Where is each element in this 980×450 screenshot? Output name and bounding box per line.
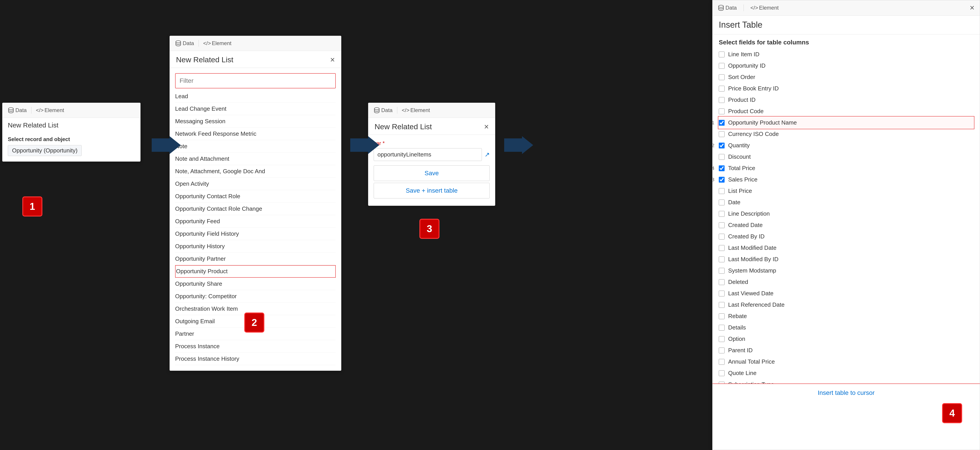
- panel4-close[interactable]: ×: [970, 4, 974, 12]
- field-label: Quote Line: [728, 370, 756, 377]
- field-checkbox[interactable]: [719, 348, 725, 353]
- field-checkbox[interactable]: [719, 257, 725, 262]
- field-checkbox[interactable]: [719, 188, 725, 194]
- field-checkbox[interactable]: [719, 290, 725, 297]
- checkbox-item: Sort Order: [719, 72, 974, 83]
- save-button[interactable]: Save: [374, 165, 490, 181]
- field-checkbox[interactable]: [719, 382, 725, 384]
- checkbox-list: Line Item IDOpportunity IDSort OrderPric…: [713, 49, 980, 383]
- svg-point-2: [374, 108, 379, 110]
- field-label: Last Referenced Date: [728, 302, 784, 308]
- list-item[interactable]: Network Feed Response Metric: [175, 128, 336, 140]
- checkbox-item: Last Modified By ID: [719, 254, 974, 265]
- list-item[interactable]: Process Instance History: [175, 353, 336, 365]
- panel3-header: Data </> Element: [368, 103, 495, 118]
- panel3-close[interactable]: ×: [484, 123, 489, 131]
- field-checkbox[interactable]: [719, 86, 725, 91]
- field-label: Deleted: [728, 279, 748, 286]
- var-input[interactable]: [374, 148, 482, 161]
- field-label: Product ID: [728, 96, 756, 103]
- list-item[interactable]: Process Instance: [175, 340, 336, 353]
- element-tab-label: Element: [45, 107, 64, 113]
- object-pill[interactable]: Opportunity (Opportunity): [8, 145, 82, 156]
- field-checkbox[interactable]: [719, 336, 725, 342]
- field-checkbox[interactable]: [719, 279, 725, 285]
- list-item[interactable]: Opportunity Product: [175, 265, 336, 278]
- order-badge: 1: [713, 120, 714, 126]
- field-checkbox[interactable]: [719, 359, 725, 365]
- save-insert-button[interactable]: Save + insert table: [374, 183, 490, 198]
- list-item[interactable]: Messaging Session: [175, 115, 336, 128]
- field-checkbox[interactable]: [719, 222, 725, 228]
- field-label: Created By ID: [728, 233, 765, 240]
- element-tab-2[interactable]: </> Element: [203, 40, 232, 46]
- external-link-icon[interactable]: ↗: [485, 151, 490, 158]
- field-checkbox[interactable]: [719, 177, 725, 183]
- list-item[interactable]: Opportunity Feed: [175, 215, 336, 228]
- panel1-header: Data </> Element: [2, 103, 140, 118]
- arrow-3: [504, 139, 522, 152]
- field-checkbox[interactable]: [719, 302, 725, 308]
- list-item[interactable]: Lead: [175, 90, 336, 103]
- required-star: *: [383, 140, 385, 146]
- checkbox-item: Parent ID: [719, 345, 974, 356]
- list-item[interactable]: Opportunity Contact Role Change: [175, 203, 336, 215]
- field-checkbox[interactable]: [719, 63, 725, 69]
- checkbox-item: 1Opportunity Product Name: [719, 117, 974, 128]
- filter-input[interactable]: [175, 73, 336, 88]
- panel1-label: Select record and object: [8, 136, 135, 142]
- list-item[interactable]: Opportunity Share: [175, 278, 336, 290]
- step-badge-3: 3: [419, 219, 439, 239]
- field-checkbox[interactable]: [719, 245, 725, 251]
- panel2-close[interactable]: ×: [330, 56, 335, 64]
- field-checkbox[interactable]: [719, 51, 725, 57]
- svg-point-0: [8, 108, 13, 110]
- checkbox-item: Last Viewed Date: [719, 288, 974, 299]
- field-checkbox[interactable]: [719, 143, 725, 148]
- element-tab[interactable]: </> Element: [36, 107, 64, 113]
- field-label: Total Price: [728, 165, 755, 172]
- list-item[interactable]: Note, Attachment, Google Doc And: [175, 165, 336, 178]
- data-tab-label[interactable]: Data: [15, 107, 27, 113]
- checkbox-item: Last Modified Date: [719, 242, 974, 254]
- list-item[interactable]: Opportunity History: [175, 240, 336, 253]
- field-checkbox[interactable]: [719, 211, 725, 217]
- data-tab-label-2[interactable]: Data: [183, 40, 194, 46]
- field-checkbox[interactable]: [719, 165, 725, 171]
- svg-point-3: [719, 5, 724, 7]
- field-checkbox[interactable]: [719, 370, 725, 376]
- field-checkbox[interactable]: [719, 199, 725, 205]
- checkbox-item: Deleted: [719, 276, 974, 288]
- data-tab-label-3[interactable]: Data: [381, 107, 393, 113]
- field-checkbox[interactable]: [719, 97, 725, 103]
- list-item[interactable]: Open Activity: [175, 178, 336, 190]
- field-label: Last Modified By ID: [728, 256, 778, 263]
- element-tab-4[interactable]: </> Element: [751, 5, 779, 11]
- insert-table-button[interactable]: Insert table to cursor: [713, 383, 980, 402]
- field-checkbox[interactable]: [719, 74, 725, 80]
- field-label: Last Viewed Date: [728, 290, 773, 297]
- element-tab-3[interactable]: </> Element: [402, 107, 430, 113]
- field-checkbox[interactable]: [719, 268, 725, 274]
- field-checkbox[interactable]: [719, 313, 725, 319]
- field-label: Annual Total Price: [728, 358, 775, 365]
- list-item[interactable]: Note: [175, 140, 336, 153]
- field-checkbox[interactable]: [719, 109, 725, 114]
- field-checkbox[interactable]: [719, 154, 725, 160]
- field-checkbox[interactable]: [719, 131, 725, 137]
- field-label: Discount: [728, 153, 751, 160]
- list-item[interactable]: Opportunity Contact Role: [175, 190, 336, 203]
- field-checkbox[interactable]: [719, 234, 725, 239]
- checkbox-item: Option: [719, 333, 974, 345]
- data-tab-label-4[interactable]: Data: [725, 5, 737, 11]
- list-item[interactable]: Opportunity Field History: [175, 228, 336, 240]
- field-checkbox[interactable]: [719, 120, 725, 126]
- list-item[interactable]: Opportunity: Competitor: [175, 290, 336, 303]
- list-item[interactable]: Opportunity Partner: [175, 253, 336, 265]
- field-label: Sales Price: [728, 176, 757, 183]
- list-item[interactable]: Note and Attachment: [175, 153, 336, 165]
- list-item[interactable]: Lead Change Event: [175, 103, 336, 115]
- field-checkbox[interactable]: [719, 325, 725, 330]
- field-label: System Modstamp: [728, 267, 776, 274]
- field-label: Opportunity Product Name: [728, 119, 797, 126]
